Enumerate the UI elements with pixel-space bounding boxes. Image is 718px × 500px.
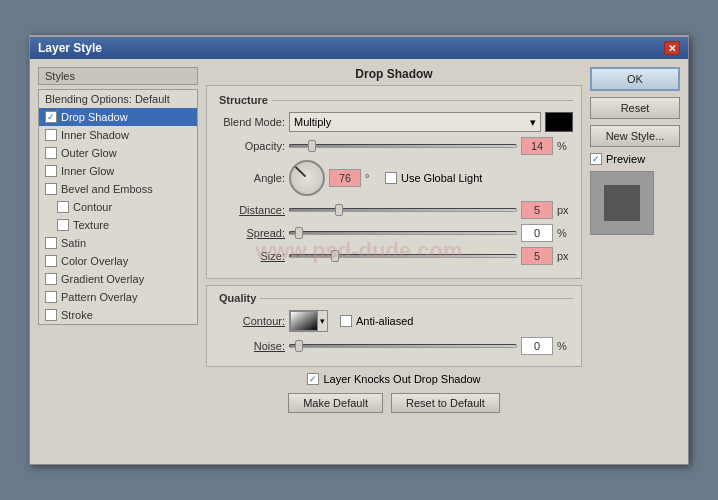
size-row: Size: 5 px [215, 247, 573, 265]
noise-slider[interactable] [289, 344, 517, 348]
sidebar-item-outer-glow[interactable]: Outer Glow [39, 144, 197, 162]
reset-to-default-button[interactable]: Reset to Default [391, 393, 500, 413]
sidebar-item-bevel-emboss[interactable]: Bevel and Emboss [39, 180, 197, 198]
sidebar-label-gradient-overlay: Gradient Overlay [61, 273, 144, 285]
sidebar-label-satin: Satin [61, 237, 86, 249]
color-swatch[interactable] [545, 112, 573, 132]
sidebar-item-gradient-overlay[interactable]: Gradient Overlay [39, 270, 197, 288]
size-value[interactable]: 5 [521, 247, 553, 265]
angle-unit: ° [365, 172, 381, 184]
close-button[interactable]: ✕ [664, 41, 680, 55]
middle-panel: Drop Shadow Structure Blend Mode: Multip… [206, 67, 582, 413]
blend-mode-label: Blend Mode: [215, 116, 285, 128]
title-bar: Layer Style ✕ [30, 37, 688, 59]
sidebar-label-stroke: Stroke [61, 309, 93, 321]
size-slider[interactable] [289, 254, 517, 258]
sidebar-checkbox-outer-glow[interactable] [45, 147, 57, 159]
dialog-title: Layer Style [38, 41, 102, 55]
sidebar-item-blending-options[interactable]: Blending Options: Default [39, 90, 197, 108]
sidebar-label-color-overlay: Color Overlay [61, 255, 128, 267]
sidebar-item-drop-shadow[interactable]: ✓Drop Shadow [39, 108, 197, 126]
distance-label: Distance: [215, 204, 285, 216]
distance-unit: px [557, 204, 573, 216]
sidebar-item-pattern-overlay[interactable]: Pattern Overlay [39, 288, 197, 306]
opacity-value[interactable]: 14 [521, 137, 553, 155]
sidebar-checkbox-drop-shadow[interactable]: ✓ [45, 111, 57, 123]
ok-button[interactable]: OK [590, 67, 680, 91]
anti-aliased-label: Anti-aliased [356, 315, 413, 327]
size-unit: px [557, 250, 573, 262]
noise-value[interactable]: 0 [521, 337, 553, 355]
right-panel: OK Reset New Style... ✓ Preview [590, 67, 680, 413]
layer-style-dialog: Layer Style ✕ Styles Blending Options: D… [29, 35, 689, 465]
preview-check-row: ✓ Preview [590, 153, 680, 165]
spread-label: Spread: [215, 227, 285, 239]
blend-mode-row: Blend Mode: Multiply ▾ [215, 112, 573, 132]
sidebar-checkbox-pattern-overlay[interactable] [45, 291, 57, 303]
use-global-light-label: Use Global Light [401, 172, 482, 184]
layer-list: Blending Options: Default✓Drop ShadowInn… [38, 89, 198, 325]
sidebar-label-pattern-overlay: Pattern Overlay [61, 291, 137, 303]
distance-row: Distance: 5 px [215, 201, 573, 219]
sidebar-item-inner-shadow[interactable]: Inner Shadow [39, 126, 197, 144]
anti-aliased-checkbox[interactable] [340, 315, 352, 327]
sidebar-item-color-overlay[interactable]: Color Overlay [39, 252, 197, 270]
sidebar-checkbox-texture[interactable] [57, 219, 69, 231]
distance-value[interactable]: 5 [521, 201, 553, 219]
spread-unit: % [557, 227, 573, 239]
distance-slider[interactable] [289, 208, 517, 212]
reset-button[interactable]: Reset [590, 97, 680, 119]
contour-select[interactable]: ▾ [289, 310, 328, 332]
angle-row: Angle: 76 ° Use Global Light [215, 160, 573, 196]
sidebar-checkbox-bevel-emboss[interactable] [45, 183, 57, 195]
sidebar-checkbox-inner-glow[interactable] [45, 165, 57, 177]
sidebar-checkbox-contour[interactable] [57, 201, 69, 213]
noise-row: Noise: 0 % [215, 337, 573, 355]
blend-mode-select[interactable]: Multiply ▾ [289, 112, 541, 132]
contour-thumbnail [290, 311, 318, 331]
use-global-light-checkbox[interactable] [385, 172, 397, 184]
sidebar-checkbox-color-overlay[interactable] [45, 255, 57, 267]
spread-value[interactable]: 0 [521, 224, 553, 242]
sidebar-checkbox-stroke[interactable] [45, 309, 57, 321]
sidebar-label-bevel-emboss: Bevel and Emboss [61, 183, 153, 195]
angle-value[interactable]: 76 [329, 169, 361, 187]
sidebar-label-inner-shadow: Inner Shadow [61, 129, 129, 141]
sidebar-label-outer-glow: Outer Glow [61, 147, 117, 159]
sidebar-item-texture[interactable]: Texture [39, 216, 197, 234]
sidebar-checkbox-satin[interactable] [45, 237, 57, 249]
angle-label: Angle: [215, 172, 285, 184]
sidebar-label-contour: Contour [73, 201, 112, 213]
sidebar-checkbox-gradient-overlay[interactable] [45, 273, 57, 285]
noise-unit: % [557, 340, 573, 352]
sidebar-item-satin[interactable]: Satin [39, 234, 197, 252]
contour-label: Contour: [215, 315, 285, 327]
use-global-light-row: Use Global Light [385, 172, 482, 184]
anti-alias-row: Anti-aliased [340, 315, 413, 327]
preview-checkbox[interactable]: ✓ [590, 153, 602, 165]
sidebar-item-contour[interactable]: Contour [39, 198, 197, 216]
contour-arrow-icon: ▾ [318, 316, 327, 326]
angle-dial[interactable] [289, 160, 325, 196]
contour-row: Contour: ▾ Anti-aliased [215, 310, 573, 332]
sidebar-item-stroke[interactable]: Stroke [39, 306, 197, 324]
new-style-button[interactable]: New Style... [590, 125, 680, 147]
preview-inner-box [604, 185, 640, 221]
styles-header: Styles [38, 67, 198, 85]
angle-needle [295, 166, 306, 177]
layer-knocks-checkbox[interactable]: ✓ [307, 373, 319, 385]
opacity-slider[interactable] [289, 144, 517, 148]
section-title: Drop Shadow [206, 67, 582, 81]
left-panel: Styles Blending Options: Default✓Drop Sh… [38, 67, 198, 413]
opacity-label: Opacity: [215, 140, 285, 152]
noise-label: Noise: [215, 340, 285, 352]
make-default-button[interactable]: Make Default [288, 393, 383, 413]
sidebar-checkbox-inner-shadow[interactable] [45, 129, 57, 141]
preview-label: Preview [606, 153, 645, 165]
dialog-body: Styles Blending Options: Default✓Drop Sh… [30, 59, 688, 421]
sidebar-item-inner-glow[interactable]: Inner Glow [39, 162, 197, 180]
sidebar-label-drop-shadow: Drop Shadow [61, 111, 128, 123]
spread-slider[interactable] [289, 231, 517, 235]
blend-mode-value: Multiply [294, 116, 331, 128]
opacity-row: Opacity: 14 % [215, 137, 573, 155]
